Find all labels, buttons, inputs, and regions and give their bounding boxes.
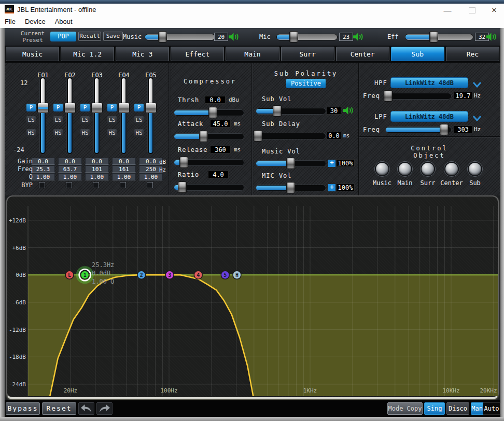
lpf-freq-slider-handle[interactable] [440,124,449,135]
close-button[interactable]: × [486,4,502,17]
save-button[interactable]: Save [103,32,123,41]
eq4-p-button[interactable]: P [107,104,117,111]
eq2-bypass-checkbox[interactable] [66,182,72,188]
lpf-type-dropdown[interactable]: LinkWitz 48dB [390,111,468,122]
hpf-freq-slider[interactable] [385,90,452,102]
eq-marker-l[interactable]: L [65,271,74,279]
eq1-hs-button[interactable]: HS [26,129,36,137]
eq1-gain-slider[interactable] [37,77,49,155]
eq3-hs-button[interactable]: HS [80,129,90,137]
eq3-p-button[interactable]: P [80,104,90,111]
bypass-button[interactable]: Bypass [6,402,40,415]
eq-marker-4[interactable]: 4 [194,271,202,279]
preset-value-button[interactable]: POP [50,32,76,41]
compressor-attack-slider[interactable] [174,131,244,142]
undo-button[interactable] [78,402,94,415]
tab-effect[interactable]: Effect [171,47,224,61]
mic-speaker-icon[interactable] [353,32,365,41]
compressor-release-slider-handle[interactable] [179,157,188,168]
mode-button-sing[interactable]: Sing [424,402,445,415]
mic-volume-slider-handle[interactable] [289,31,298,43]
eq4-gain-handle[interactable] [118,103,130,113]
eq2-gain-handle[interactable] [64,103,76,113]
eq4-bypass-checkbox[interactable] [120,182,126,188]
hpf-freq-slider-handle[interactable] [384,90,393,102]
hpf-type-dropdown[interactable]: LinkWitz 48dB [390,77,468,88]
control-knob-music[interactable] [375,162,389,176]
eq1-bypass-checkbox[interactable] [39,182,45,188]
tab-mic-1-2[interactable]: Mic 1.2 [61,47,114,61]
compressor-thrsh-slider[interactable] [174,107,244,118]
menu-item-about[interactable]: About [50,17,77,26]
tab-surr[interactable]: Surr [281,47,334,61]
eq-marker-5[interactable]: 5 [221,271,229,279]
eq2-p-button[interactable]: P [53,104,63,111]
control-knob-sub[interactable] [468,162,482,176]
eq3-gain-handle[interactable] [91,103,103,113]
tab-rec[interactable]: Rec [446,47,499,61]
eq5-p-button[interactable]: P [134,104,144,111]
menu-item-device[interactable]: Device [20,17,50,26]
sub-mic-vol-plus-icon[interactable]: + [328,184,335,191]
hpf-dropdown-chevron-icon[interactable] [472,80,482,87]
mode-button-auto[interactable]: Auto [483,402,500,415]
sub-sub-vol-speaker-icon[interactable] [343,106,355,115]
eq2-ls-button[interactable]: LS [53,116,63,124]
sub-polarity-button[interactable]: Positive [286,79,326,88]
eq4-gain-slider[interactable] [118,77,130,155]
compressor-ratio-slider[interactable] [174,181,244,193]
music-volume-slider-handle[interactable] [158,31,167,43]
minimize-button[interactable]: — [440,4,455,17]
eff-volume-slider[interactable] [405,31,473,43]
eq3-gain-slider[interactable] [91,77,103,155]
sub-sub-vol-slider[interactable] [256,105,326,117]
eq-marker-1[interactable]: 1 [78,268,92,282]
tab-center[interactable]: Center [336,47,389,61]
eq2-gain-slider[interactable] [64,77,76,155]
menu-item-file[interactable]: File [0,17,20,26]
eq-marker-h[interactable]: H [233,271,241,279]
eq3-bypass-checkbox[interactable] [93,182,99,188]
frequency-response-graph[interactable]: +12dB+6dB0dB-6dB-12dB-18dB-24dB20Hz100Hz… [6,195,499,399]
control-knob-surr[interactable] [421,162,435,176]
compressor-ratio-slider-handle[interactable] [178,181,187,193]
eq3-ls-button[interactable]: LS [80,116,90,124]
tab-main[interactable]: Main [226,47,279,61]
eq5-ls-button[interactable]: LS [134,116,144,124]
eff-speaker-icon[interactable] [486,32,498,41]
control-knob-center[interactable] [444,162,459,176]
eq5-hs-button[interactable]: HS [134,129,144,137]
sub-music-vol-slider[interactable] [256,158,326,169]
eq4-hs-button[interactable]: HS [107,129,117,137]
music-volume-slider[interactable] [145,31,215,43]
compressor-release-slider[interactable] [174,157,244,168]
sub-mic-vol-slider[interactable] [256,182,326,193]
lpf-dropdown-chevron-icon[interactable] [472,114,482,121]
tab-mic-3[interactable]: Mic 3 [116,47,169,61]
sub-sub-delay-slider[interactable] [256,130,326,142]
control-knob-main[interactable] [398,162,412,176]
mic-volume-slider[interactable] [276,31,338,43]
music-speaker-icon[interactable] [228,32,240,41]
eff-volume-slider-handle[interactable] [429,31,438,43]
mode-button-disco[interactable]: Disco [446,402,469,415]
compressor-attack-slider-handle[interactable] [199,131,208,142]
eq5-bypass-checkbox[interactable] [147,182,153,188]
tab-music[interactable]: Music [6,47,59,61]
sub-music-vol-plus-icon[interactable]: + [328,160,335,167]
eq5-gain-slider[interactable] [145,77,157,155]
recall-button[interactable]: Recall [78,32,101,41]
eq-marker-3[interactable]: 3 [165,271,174,279]
eq1-ls-button[interactable]: LS [26,116,36,124]
mode-copy-button[interactable]: Mode Copy [387,402,423,415]
sub-sub-vol-slider-handle[interactable] [273,105,282,117]
eq1-gain-handle[interactable] [37,103,49,113]
eq-marker-2[interactable]: 2 [137,271,146,279]
sub-mic-vol-slider-handle[interactable] [286,182,295,193]
eq1-p-button[interactable]: P [26,104,36,111]
redo-button[interactable] [96,402,113,415]
lpf-freq-slider[interactable] [385,124,452,135]
compressor-thrsh-slider-handle[interactable] [208,107,217,118]
sub-sub-delay-slider-handle[interactable] [254,130,262,142]
eq2-hs-button[interactable]: HS [53,129,63,137]
